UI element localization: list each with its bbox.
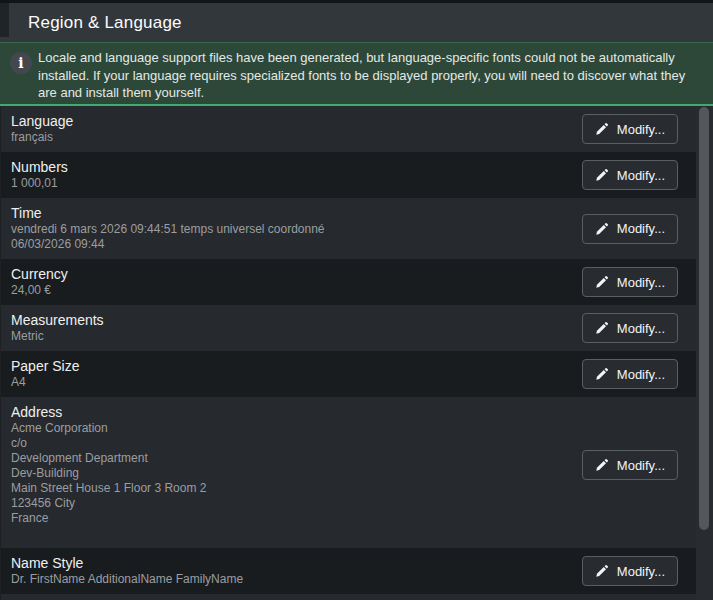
setting-value: Acme Corporation [11,421,582,436]
settings-row-measurements: Measurements Metric Modify... [1,305,696,351]
sidebar-edge-fragment [0,3,9,37]
settings-row-text: Paper Size A4 [11,358,582,390]
setting-value: 24,00 € [11,283,582,298]
setting-value: 1 000,01 [11,176,582,191]
modify-button-label: Modify... [617,564,665,579]
modify-button-label: Modify... [617,168,665,183]
modify-button[interactable]: Modify... [582,313,678,343]
setting-label: Paper Size [11,358,582,375]
setting-value: 06/03/2026 09:44 [11,237,582,252]
pencil-icon [595,222,609,236]
settings-row-numbers: Numbers 1 000,01 Modify... [1,152,696,198]
pencil-icon [595,168,609,182]
modify-button[interactable]: Modify... [582,450,678,480]
pencil-icon [595,458,609,472]
modify-button[interactable]: Modify... [582,359,678,389]
setting-value: France [11,511,582,526]
modify-button-label: Modify... [617,122,665,137]
setting-label: Measurements [11,312,582,329]
modify-button[interactable]: Modify... [582,114,678,144]
setting-value: 123456 City [11,496,582,511]
partial-next-row [1,594,696,600]
setting-label: Name Style [11,555,582,572]
pencil-icon [595,321,609,335]
setting-value: Metric [11,329,582,344]
info-banner: i Locale and language support files have… [0,42,713,106]
page-header: Region & Language [0,3,713,42]
pencil-icon [595,275,609,289]
settings-row-text: Address Acme Corporationc/oDevelopment D… [11,404,582,526]
modify-button[interactable]: Modify... [582,267,678,297]
setting-label: Address [11,404,582,421]
settings-row-paper-size: Paper Size A4 Modify... [1,351,696,397]
setting-value: Dev-Building [11,466,582,481]
setting-value: vendredi 6 mars 2026 09:44:51 temps univ… [11,222,582,237]
setting-label: Currency [11,266,582,283]
settings-row-time: Time vendredi 6 mars 2026 09:44:51 temps… [1,198,696,259]
modify-button[interactable]: Modify... [582,556,678,586]
info-icon: i [10,52,32,74]
settings-row-language: Language français Modify... [1,106,696,152]
pencil-icon [595,564,609,578]
pencil-icon [595,122,609,136]
setting-label: Numbers [11,159,582,176]
region-language-window: Region & Language i Locale and language … [0,0,713,600]
setting-label: Time [11,205,582,222]
setting-value: c/o [11,436,582,451]
settings-row-text: Measurements Metric [11,312,582,344]
modify-button[interactable]: Modify... [582,160,678,190]
modify-button-label: Modify... [617,458,665,473]
settings-row-text: Currency 24,00 € [11,266,582,298]
settings-row-name-style: Name Style Dr. FirstName AdditionalName … [1,548,696,594]
modify-button[interactable]: Modify... [582,214,678,244]
settings-row-text: Language français [11,113,582,145]
settings-row-text: Numbers 1 000,01 [11,159,582,191]
modify-button-label: Modify... [617,367,665,382]
info-banner-text: Locale and language support files have b… [38,49,698,102]
settings-list: Language français Modify... Numbers 1 00… [0,106,696,600]
modify-button-label: Modify... [617,275,665,290]
setting-label: Language [11,113,582,130]
modify-button-label: Modify... [617,321,665,336]
pencil-icon [595,367,609,381]
setting-value: Dr. FirstName AdditionalName FamilyName [11,572,582,587]
scrollbar-thumb[interactable] [699,107,709,530]
settings-row-text: Name Style Dr. FirstName AdditionalName … [11,555,582,587]
settings-row-text: Time vendredi 6 mars 2026 09:44:51 temps… [11,205,582,252]
vertical-scrollbar[interactable] [696,106,713,600]
setting-value: Main Street House 1 Floor 3 Room 2 [11,481,582,496]
page-title: Region & Language [28,13,182,33]
modify-button-label: Modify... [617,221,665,236]
settings-row-currency: Currency 24,00 € Modify... [1,259,696,305]
settings-row-address: Address Acme Corporationc/oDevelopment D… [1,397,696,548]
setting-value: Development Department [11,451,582,466]
setting-value: français [11,130,582,145]
setting-value: A4 [11,375,582,390]
info-icon-glyph: i [18,56,23,70]
